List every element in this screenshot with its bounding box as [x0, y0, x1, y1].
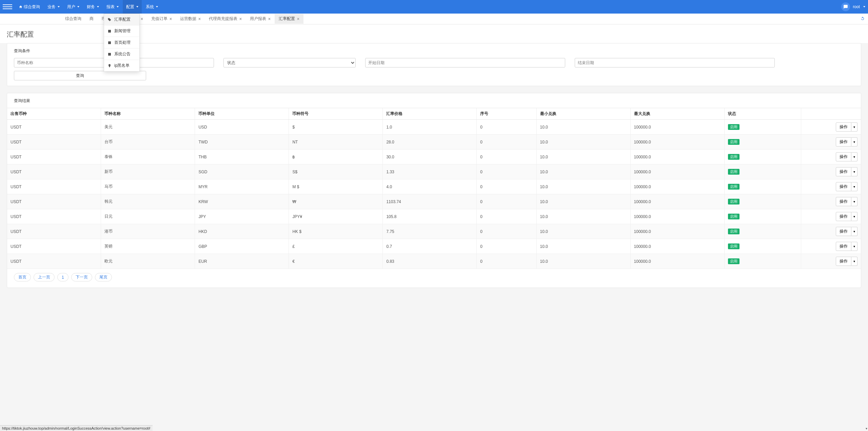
- close-icon[interactable]: ×: [297, 17, 299, 21]
- col-symbol: 币种符号: [289, 108, 383, 120]
- pager-prev[interactable]: 上一页: [34, 273, 55, 281]
- pager-last[interactable]: 尾页: [95, 273, 112, 281]
- dropdown-announcement[interactable]: 系统公告: [104, 48, 139, 60]
- cell-ops: 操作▾: [801, 120, 861, 135]
- operate-button[interactable]: 操作: [836, 122, 851, 132]
- cell-min: 10.0: [536, 150, 630, 164]
- col-min: 最小兑换: [536, 108, 630, 120]
- pager-next[interactable]: 下一页: [71, 273, 92, 281]
- nav-business[interactable]: 业务: [44, 0, 63, 14]
- operate-caret[interactable]: ▾: [851, 242, 857, 251]
- nav-home-label: 综合查询: [24, 4, 40, 10]
- nav-system[interactable]: 系统: [142, 0, 161, 14]
- status-badge: 启用: [728, 214, 739, 219]
- cell-name: 欧元: [101, 254, 195, 269]
- cell-rate: 1.0: [383, 120, 477, 135]
- cell-ops: 操作▾: [801, 254, 861, 269]
- operate-caret[interactable]: ▾: [851, 152, 857, 161]
- operate-caret[interactable]: ▾: [851, 137, 857, 146]
- cell-order: 0: [477, 135, 536, 150]
- chat-icon[interactable]: [841, 2, 850, 11]
- pin-icon: [107, 64, 112, 68]
- pager-first[interactable]: 首页: [14, 273, 31, 281]
- operate-button[interactable]: 操作: [836, 137, 851, 146]
- cell-ops: 操作▾: [801, 164, 861, 179]
- col-unit: 币种单位: [195, 108, 289, 120]
- tab-agent-report[interactable]: 代理商充提报表×: [205, 14, 246, 24]
- nav-home[interactable]: 综合查询: [16, 0, 43, 14]
- operate-caret[interactable]: ▾: [851, 182, 857, 191]
- cell-unit: TWD: [195, 135, 289, 150]
- col-sell: 出售币种: [7, 108, 101, 120]
- query-button[interactable]: 查询: [14, 71, 146, 80]
- status-badge: 启用: [728, 258, 739, 264]
- operate-caret[interactable]: ▾: [851, 167, 857, 176]
- hamburger-icon[interactable]: [3, 2, 12, 12]
- operate-button[interactable]: 操作: [836, 212, 851, 221]
- refresh-button[interactable]: [861, 16, 865, 21]
- user-label[interactable]: root: [853, 4, 860, 9]
- cell-rate: 0.83: [383, 254, 477, 269]
- result-table: 出售币种 币种名称 币种单位 币种符号 汇率价格 序号 最小兑换 最大兑换 状态…: [7, 108, 861, 269]
- tab-user-report[interactable]: 用户报表×: [246, 14, 275, 24]
- cell-status: 启用: [724, 150, 801, 164]
- operate-caret[interactable]: ▾: [851, 212, 857, 221]
- tab-merchant[interactable]: 商: [85, 14, 98, 24]
- operate-caret[interactable]: ▾: [851, 257, 857, 266]
- start-date-input[interactable]: [365, 58, 565, 67]
- status-select[interactable]: 状态: [223, 58, 356, 67]
- close-icon[interactable]: ×: [268, 17, 271, 21]
- tab-exchange-rate[interactable]: 汇率配置×: [275, 14, 303, 24]
- tab-overview[interactable]: 综合查询: [61, 14, 85, 24]
- operate-button[interactable]: 操作: [836, 197, 851, 206]
- nav-finance[interactable]: 财务: [83, 0, 102, 14]
- cell-min: 10.0: [536, 224, 630, 239]
- operate-button[interactable]: 操作: [836, 182, 851, 191]
- dropdown-ip-blacklist[interactable]: ip黑名单: [104, 60, 139, 71]
- cell-ops: 操作▾: [801, 224, 861, 239]
- cell-name: 韩元: [101, 194, 195, 209]
- close-icon[interactable]: ×: [170, 17, 172, 21]
- cell-name: 美元: [101, 120, 195, 135]
- cell-order: 0: [477, 150, 536, 164]
- cell-ops: 操作▾: [801, 150, 861, 164]
- nav-report[interactable]: 报表: [103, 0, 122, 14]
- cell-unit: JPY: [195, 209, 289, 224]
- cell-ops: 操作▾: [801, 194, 861, 209]
- end-date-input[interactable]: [575, 58, 775, 67]
- dropdown-news[interactable]: 新闻管理: [104, 25, 139, 37]
- cell-min: 10.0: [536, 120, 630, 135]
- cell-symbol: ₩: [289, 194, 383, 209]
- cell-min: 10.0: [536, 179, 630, 194]
- nav-config[interactable]: 配置: [123, 0, 142, 14]
- pager-page-1[interactable]: 1: [57, 273, 68, 281]
- tab-recharge-orders[interactable]: 充值订单×: [147, 14, 176, 24]
- tab-ops-data[interactable]: 运营数据×: [176, 14, 205, 24]
- operate-button[interactable]: 操作: [836, 152, 851, 161]
- operate-caret[interactable]: ▾: [851, 227, 857, 236]
- nav-user[interactable]: 用户: [64, 0, 83, 14]
- pager: 首页 上一页 1 下一页 尾页: [7, 269, 861, 288]
- table-row: USDT欧元EUR€0.83010.0100000.0启用操作▾: [7, 254, 861, 269]
- operate-button[interactable]: 操作: [836, 227, 851, 236]
- close-icon[interactable]: ×: [239, 17, 242, 21]
- book-icon: [107, 29, 112, 33]
- col-rate: 汇率价格: [383, 108, 477, 120]
- cell-rate: 7.75: [383, 224, 477, 239]
- dropdown-exchange-rate[interactable]: 汇率配置: [104, 14, 139, 25]
- operate-button[interactable]: 操作: [836, 257, 851, 266]
- cell-max: 100000.0: [630, 254, 724, 269]
- cell-status: 启用: [724, 239, 801, 254]
- operate-caret[interactable]: ▾: [851, 122, 857, 132]
- operate-caret[interactable]: ▾: [851, 197, 857, 206]
- close-icon[interactable]: ×: [198, 17, 201, 21]
- dropdown-homepage[interactable]: 首页处理: [104, 37, 139, 48]
- cell-status: 启用: [724, 164, 801, 179]
- result-panel: 查询结果 出售币种 币种名称 币种单位 币种符号 汇率价格 序号 最小兑换 最大…: [7, 93, 861, 288]
- cell-rate: 105.8: [383, 209, 477, 224]
- cell-order: 0: [477, 209, 536, 224]
- close-icon[interactable]: ×: [141, 17, 143, 21]
- operate-button[interactable]: 操作: [836, 242, 851, 251]
- operate-button[interactable]: 操作: [836, 167, 851, 176]
- table-row: USDT日元JPYJPY¥105.8010.0100000.0启用操作▾: [7, 209, 861, 224]
